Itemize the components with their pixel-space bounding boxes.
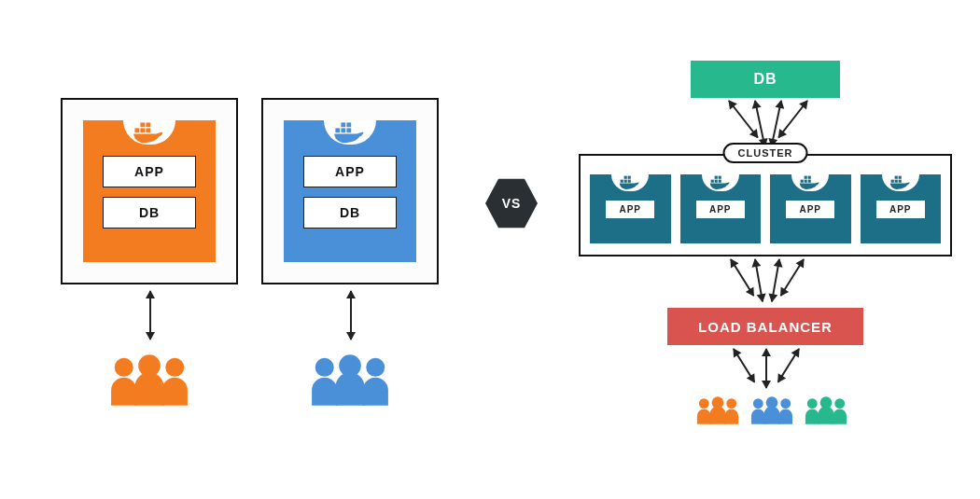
vs-label: VS — [502, 196, 522, 211]
users-group-icon — [103, 354, 196, 406]
users-group-icon — [303, 354, 397, 406]
db-label: DB — [303, 197, 397, 229]
app-label: APP — [696, 201, 745, 218]
app-label: APP — [786, 201, 834, 218]
blue-container: APP DB — [284, 120, 416, 262]
cluster-app-container: APP — [770, 174, 851, 243]
docker-whale-icon — [123, 120, 175, 145]
docker-whale-icon — [324, 120, 376, 145]
db-label: DB — [753, 71, 777, 88]
orange-container: APP DB — [83, 120, 216, 262]
cluster-app-container: APP — [680, 174, 762, 243]
double-arrow-icon — [149, 291, 151, 340]
cluster-label: CLUSTER — [723, 143, 808, 163]
double-arrow-icon — [350, 291, 352, 340]
app-label: APP — [103, 156, 196, 187]
db-label: DB — [103, 197, 196, 229]
double-arrow-icon — [765, 349, 767, 388]
cluster-panel: CLUSTER APP APP APP APP — [579, 154, 952, 256]
load-balancer-box: LOAD BALANCER — [667, 308, 863, 345]
docker-whale-icon — [791, 174, 829, 191]
cluster-app-container: APP — [861, 174, 942, 243]
users-group-icon — [801, 396, 851, 424]
app-label: APP — [303, 156, 397, 187]
app-label: APP — [606, 201, 654, 218]
double-arrow-icon — [777, 348, 800, 382]
docker-whale-icon — [611, 174, 649, 191]
docker-whale-icon — [702, 174, 739, 191]
orange-setup-panel: APP DB — [61, 98, 238, 284]
cluster-row: APP APP APP APP — [590, 174, 941, 243]
docker-whale-icon — [882, 174, 919, 191]
users-group-icon — [747, 396, 797, 424]
db-box: DB — [691, 61, 840, 98]
double-arrow-icon — [733, 348, 755, 382]
blue-setup-panel: APP DB — [261, 98, 439, 284]
vs-badge: VS — [485, 177, 538, 229]
app-label: APP — [876, 201, 925, 218]
users-group-icon — [693, 396, 743, 424]
cluster-app-container: APP — [590, 174, 671, 243]
double-arrow-icon — [780, 258, 805, 296]
load-balancer-label: LOAD BALANCER — [698, 319, 833, 335]
